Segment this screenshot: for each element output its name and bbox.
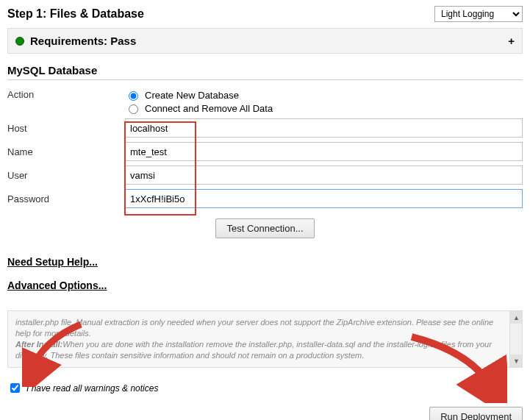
radio-remove-data-input[interactable] xyxy=(129,104,138,114)
logging-select[interactable]: Light Logging xyxy=(434,6,523,22)
notice-text: installer.php file. Manual extraction is… xyxy=(15,317,503,360)
status-pass-icon xyxy=(15,37,24,46)
notice-box: installer.php file. Manual extraction is… xyxy=(7,310,523,368)
notice-scrollbar[interactable]: ▲ ▼ xyxy=(509,311,522,367)
radio-remove-data-label: Connect and Remove All Data xyxy=(145,103,273,114)
mysql-section-heading: MySQL Database xyxy=(7,64,523,80)
requirements-bar[interactable]: Requirements: Pass + xyxy=(7,28,523,54)
radio-create-db[interactable]: Create New Database xyxy=(125,89,273,101)
requirements-label: Requirements: Pass xyxy=(30,35,136,47)
label-user: User xyxy=(7,170,125,181)
expand-icon[interactable]: + xyxy=(508,35,515,47)
consent-checkbox[interactable] xyxy=(10,383,20,393)
test-connection-button[interactable]: Test Connection... xyxy=(215,218,314,238)
radio-create-db-input[interactable] xyxy=(129,91,138,101)
run-deployment-button[interactable]: Run Deployment xyxy=(429,407,523,420)
need-setup-help-link[interactable]: Need Setup Help... xyxy=(7,256,98,268)
step-title: Step 1: Files & Database xyxy=(7,7,144,21)
name-input[interactable] xyxy=(125,142,523,161)
consent-label: I have read all warnings & notices xyxy=(26,383,158,394)
label-name: Name xyxy=(7,146,125,157)
advanced-options-link[interactable]: Advanced Options... xyxy=(7,280,107,291)
label-host: Host xyxy=(7,123,125,134)
scroll-up-icon[interactable]: ▲ xyxy=(510,311,523,324)
radio-remove-data[interactable]: Connect and Remove All Data xyxy=(125,102,273,114)
radio-create-db-label: Create New Database xyxy=(145,90,239,101)
label-password: Password xyxy=(7,193,125,204)
scroll-down-icon[interactable]: ▼ xyxy=(510,355,523,367)
label-action: Action xyxy=(7,89,125,100)
password-input[interactable] xyxy=(125,189,523,208)
user-input[interactable] xyxy=(125,165,523,185)
host-input[interactable] xyxy=(125,118,523,138)
